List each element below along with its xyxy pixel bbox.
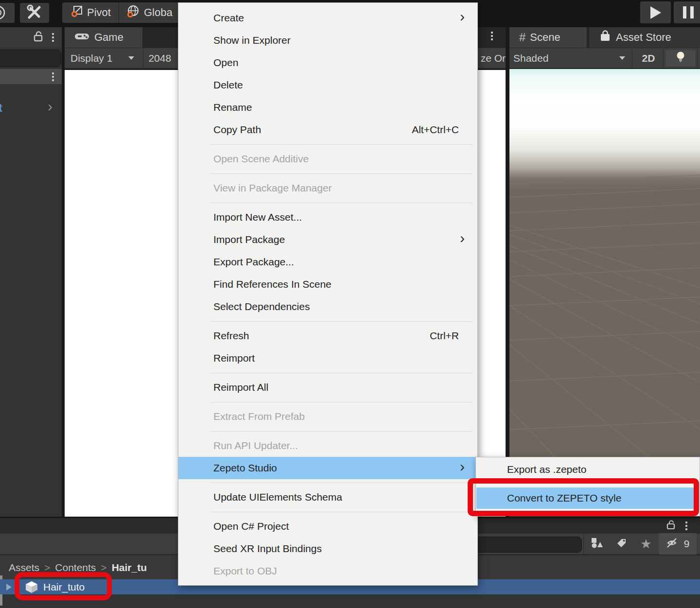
subheader-menu-icon[interactable] <box>52 72 54 81</box>
scene-toolbar: Shaded 2D <box>509 48 700 68</box>
play-button[interactable] <box>640 1 671 23</box>
menu-item-label: Export to OBJ <box>213 565 465 577</box>
scene-tabstrip: # Scene Asset Store <box>509 27 700 48</box>
menu-item-copy-path[interactable]: Copy PathAlt+Ctrl+C <box>178 119 477 141</box>
submenu-item-export-as-zepeto[interactable]: Export as .zepeto <box>476 458 699 481</box>
menu-item-delete[interactable]: Delete <box>178 74 477 96</box>
left-panel-menu-icon[interactable] <box>52 33 54 42</box>
scene-lighting-button[interactable] <box>666 50 695 67</box>
display-selector[interactable]: Display 1 <box>65 52 112 64</box>
pause-button[interactable] <box>674 1 700 23</box>
menu-item-find-references-in-scene[interactable]: Find References In Scene <box>178 273 477 295</box>
menu-item-reimport[interactable]: Reimport <box>178 347 477 369</box>
menu-separator <box>178 479 477 486</box>
custom-editor-tools-button[interactable] <box>20 3 49 23</box>
menu-item-show-in-explorer[interactable]: Show in Explorer <box>178 29 477 52</box>
tab-asset-store[interactable]: Asset Store <box>589 27 700 48</box>
project-panel-menu-icon[interactable] <box>685 521 687 530</box>
left-panel-search-input[interactable] <box>0 50 61 67</box>
lightbulb-icon <box>675 51 686 66</box>
submenu-arrow-icon: › <box>460 9 465 24</box>
menu-item-label: Run API Updater... <box>213 440 465 452</box>
menu-item-shortcut: Alt+Ctrl+C <box>412 124 465 136</box>
grid-icon: # <box>519 31 525 44</box>
filter-by-type-button[interactable] <box>585 533 609 555</box>
menu-item-reimport-all[interactable]: Reimport All <box>178 376 477 399</box>
pivot-toggle-button[interactable]: Pivot <box>62 2 119 23</box>
chevron-right-icon[interactable]: › <box>48 98 52 115</box>
toggle-2d-button[interactable]: 2D <box>636 50 661 67</box>
menu-item-label: Extract From Prefab <box>213 411 465 422</box>
context-menu: Create›Show in ExplorerOpenDeleteRenameC… <box>178 2 478 586</box>
menu-item-import-new-asset[interactable]: Import New Asset... <box>178 206 477 228</box>
menu-item-rename[interactable]: Rename <box>178 96 477 119</box>
menu-item-view-in-package-manager: View in Package Manager <box>178 177 477 199</box>
chevron-down-icon[interactable] <box>128 56 134 60</box>
favorites-star-button[interactable]: ★ <box>635 533 657 555</box>
scene-view-panel: # Scene Asset Store Shaded 2D <box>509 27 700 517</box>
shapes-filter-icon <box>591 537 603 551</box>
left-panel-subheader <box>0 69 62 84</box>
menu-item-label: Delete <box>213 79 465 91</box>
menu-separator <box>178 318 477 325</box>
menu-item-label: Export Package... <box>213 256 465 268</box>
scene-ground-grid <box>509 69 700 517</box>
filter-by-label-button[interactable] <box>611 533 633 555</box>
tools-icon <box>26 4 43 22</box>
lock-icon[interactable] <box>666 519 677 533</box>
toolbar-text-fragment: ze Or <box>481 52 506 64</box>
transform-tool-button[interactable] <box>0 3 15 23</box>
eye-slash-icon <box>666 537 682 551</box>
annotation-convert-to-zepeto <box>468 478 699 516</box>
shading-mode-dropdown[interactable]: Shaded <box>509 52 548 64</box>
globe-icon <box>127 5 140 21</box>
menu-separator <box>178 199 477 206</box>
menu-item-label: Show in Explorer <box>213 35 465 46</box>
asset-store-tab-label: Asset Store <box>616 31 671 44</box>
menu-item-label: Find References In Scene <box>213 278 465 290</box>
menu-separator <box>178 170 477 177</box>
hidden-objects-button[interactable]: 9 <box>659 533 697 555</box>
menu-item-label: Reimport <box>213 352 465 364</box>
panel-divider[interactable] <box>506 27 509 517</box>
menu-separator <box>178 141 477 148</box>
chevron-down-icon[interactable] <box>619 56 625 60</box>
global-toggle-button[interactable]: Globa <box>119 2 180 23</box>
submenu-arrow-icon: › <box>460 231 465 245</box>
global-label: Globa <box>144 6 173 19</box>
menu-item-create[interactable]: Create› <box>178 7 477 29</box>
menu-item-label: Select Dependencies <box>213 301 465 313</box>
tab-scene[interactable]: # Scene <box>509 27 587 48</box>
menu-item-open[interactable]: Open <box>178 52 477 74</box>
menu-item-update-uielements-schema[interactable]: Update UIElements Schema <box>178 486 477 508</box>
menu-item-shortcut: Ctrl+R <box>430 330 465 342</box>
tag-icon <box>616 537 628 551</box>
menu-item-zepeto-studio[interactable]: Zepeto Studio› <box>178 457 477 479</box>
menu-separator <box>178 399 477 405</box>
play-icon <box>650 6 661 19</box>
game-view-menu-icon[interactable] <box>491 32 493 40</box>
annotation-hair-tuto-asset <box>15 572 112 600</box>
expand-arrow-icon[interactable] <box>6 584 12 591</box>
star-icon: ★ <box>640 537 651 552</box>
menu-item-select-dependencies[interactable]: Select Dependencies <box>178 295 477 318</box>
breadcrumb-item-hair-tu[interactable]: Hair_tu <box>112 562 147 573</box>
menu-item-import-package[interactable]: Import Package› <box>178 228 477 251</box>
menu-item-open-c-project[interactable]: Open C# Project <box>178 515 477 538</box>
unity-editor-window: Pivot Globa <box>0 0 700 608</box>
left-panel-header <box>0 27 62 48</box>
menu-item-run-api-updater: Run API Updater... <box>178 434 477 457</box>
scene-viewport[interactable] <box>509 69 700 517</box>
menu-item-refresh[interactable]: RefreshCtrl+R <box>178 325 477 347</box>
menu-item-seed-xr-input-bindings[interactable]: Seed XR Input Bindings <box>178 538 477 560</box>
menu-item-export-package[interactable]: Export Package... <box>178 251 477 273</box>
clipped-item-label: t <box>0 101 2 115</box>
menu-item-label: Open Scene Additive <box>213 153 465 165</box>
menu-item-label: Open <box>213 57 465 69</box>
lock-icon[interactable] <box>33 30 44 45</box>
scene-tab-label: Scene <box>530 31 560 44</box>
resolution-selector[interactable]: 2048 <box>143 52 171 64</box>
gamepad-icon <box>74 31 90 44</box>
tab-game[interactable]: Game <box>65 27 142 48</box>
menu-separator <box>178 428 477 434</box>
